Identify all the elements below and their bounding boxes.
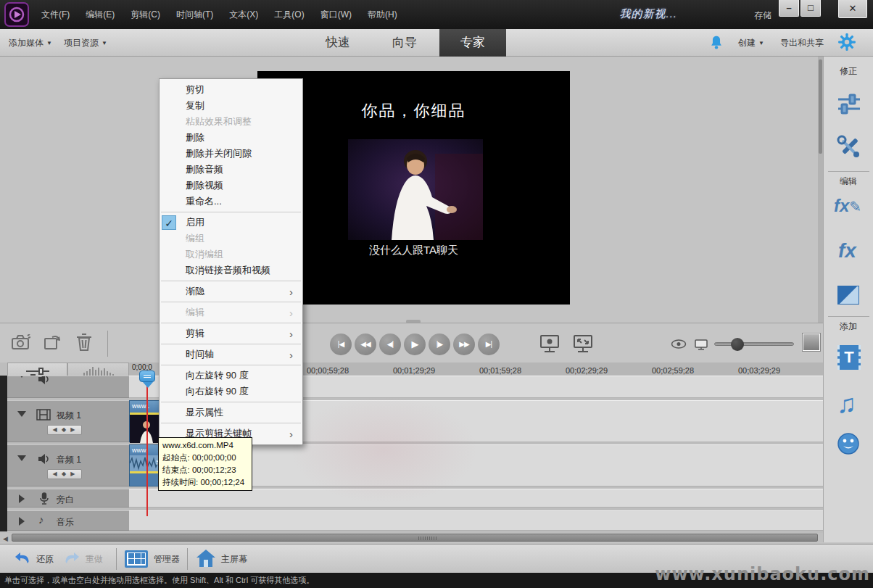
context-menu-item-18[interactable]: 显示属性: [160, 405, 302, 421]
save-button[interactable]: 存储: [754, 9, 771, 22]
menu-0[interactable]: 文件(F): [33, 0, 78, 29]
hscrollbar-thumb[interactable]: [12, 534, 818, 542]
next-edit-button[interactable]: ▶▶: [453, 334, 475, 355]
scroll-left-arrow-icon[interactable]: ◀: [3, 535, 8, 542]
context-menu-item-1[interactable]: 复制: [160, 98, 302, 114]
timeline-hscrollbar[interactable]: ◀: [0, 533, 823, 542]
track-header-video1[interactable]: 视频 1 ◀ ◆ ▶: [7, 400, 129, 442]
context-menu-item-16[interactable]: 向左旋转 90 度: [160, 368, 302, 384]
delete-trash-icon[interactable]: [76, 334, 92, 351]
redo-button[interactable]: [62, 550, 81, 568]
tooltip-start: 起始点: 00;00;00;00: [162, 452, 248, 464]
frame-back-button[interactable]: ◀|: [379, 334, 401, 355]
menu-6[interactable]: 窗口(W): [313, 0, 360, 29]
home-label[interactable]: 主屏幕: [221, 544, 247, 573]
transitions-icon[interactable]: [837, 286, 859, 305]
context-menu-item-3[interactable]: 删除: [160, 130, 302, 146]
project-assets-button[interactable]: 项目资源▼: [64, 29, 107, 57]
effects-fx-icon[interactable]: fx: [838, 239, 856, 262]
adjust-sliders-icon[interactable]: [837, 91, 861, 116]
timeline-lane-narration[interactable]: [129, 489, 823, 508]
context-menu-item-12[interactable]: 渐隐›: [160, 283, 302, 299]
tab-guided[interactable]: 向导: [371, 29, 438, 57]
organizer-grid-icon[interactable]: [125, 550, 148, 568]
mini-monitor-icon[interactable]: [695, 339, 708, 350]
music-note-icon: ♪: [38, 513, 44, 526]
playhead-marker[interactable]: [139, 370, 155, 382]
fullscreen-monitor-icon[interactable]: [573, 334, 593, 353]
context-menu-item-7[interactable]: 重命名...: [160, 194, 302, 210]
minimize-button[interactable]: –: [779, 0, 799, 17]
context-menu-item-0[interactable]: 剪切: [160, 82, 302, 98]
ruler-timestamp: 00;00;59;28: [307, 366, 349, 375]
rotate-clip-icon[interactable]: [44, 334, 62, 352]
submenu-arrow-icon: ›: [289, 328, 302, 340]
eye-icon[interactable]: [671, 339, 687, 349]
undo-button[interactable]: [13, 550, 32, 568]
notification-bell-icon[interactable]: [708, 35, 724, 51]
context-menu-item-17[interactable]: 向右旋转 90 度: [160, 384, 302, 399]
music-note-icon[interactable]: ♫: [837, 389, 856, 419]
smiley-face-icon[interactable]: [837, 432, 860, 455]
context-menu-item-8[interactable]: ✓启用: [160, 215, 302, 231]
keyframe-navigator[interactable]: ◀ ◆ ▶: [47, 469, 82, 479]
context-menu-item-6[interactable]: 删除视频: [160, 178, 302, 194]
chevron-down-icon: ▼: [46, 30, 52, 57]
menu-separator: [161, 212, 301, 212]
context-menu-item-11[interactable]: 取消链接音频和视频: [160, 262, 302, 278]
video-preview[interactable]: 你品，你细品 没什么人跟TA聊天: [257, 71, 570, 305]
undo-label[interactable]: 还原: [36, 544, 54, 573]
close-button[interactable]: ✕: [838, 0, 867, 18]
monitor-settings-icon[interactable]: [539, 334, 560, 353]
track-header-audio1[interactable]: 音频 1 ◀ ◆ ▶: [7, 444, 129, 486]
collapse-triangle-icon[interactable]: [17, 376, 26, 378]
menu-7[interactable]: 帮助(H): [360, 0, 405, 29]
play-button[interactable]: ▶: [404, 334, 426, 355]
add-media-button[interactable]: 添加媒体▼: [9, 29, 52, 57]
timeline-lane-music[interactable]: [129, 510, 823, 531]
snapshot-camera-icon[interactable]: [12, 334, 30, 350]
titles-text-icon[interactable]: T: [837, 345, 861, 370]
video-caption-bottom: 没什么人跟TA聊天: [257, 244, 570, 257]
export-share-button[interactable]: 导出和共享: [780, 29, 824, 57]
zoom-slider[interactable]: [714, 342, 794, 346]
tab-expert[interactable]: 专家: [439, 29, 506, 57]
menu-5[interactable]: 工具(O): [266, 0, 312, 29]
collapse-triangle-icon[interactable]: [17, 411, 26, 417]
keyframe-navigator[interactable]: ◀ ◆ ▶: [47, 425, 82, 435]
create-button[interactable]: 创建▼: [738, 29, 764, 57]
previous-edit-button[interactable]: ◀◀: [355, 334, 376, 355]
settings-gear-icon[interactable]: [837, 33, 856, 51]
home-icon[interactable]: [196, 549, 216, 568]
context-menu-item-5[interactable]: 删除音频: [160, 162, 302, 178]
organizer-label[interactable]: 管理器: [154, 544, 180, 573]
go-to-out-button[interactable]: ▶|: [478, 334, 500, 355]
expand-triangle-icon[interactable]: [19, 494, 25, 503]
zoom-slider-knob[interactable]: [731, 338, 744, 351]
expand-triangle-icon[interactable]: [19, 517, 25, 526]
menu-1[interactable]: 编辑(E): [78, 0, 123, 29]
speaker-icon: [38, 376, 51, 385]
zoom-fit-button[interactable]: [803, 334, 820, 351]
project-title: 我的新视...: [619, 7, 677, 21]
menu-3[interactable]: 时间轴(T): [168, 0, 221, 29]
maximize-button[interactable]: □: [800, 0, 821, 17]
context-menu-item-15[interactable]: 时间轴›: [160, 347, 302, 363]
context-menu-item-14[interactable]: 剪辑›: [160, 326, 302, 341]
collapse-triangle-icon[interactable]: [17, 455, 26, 461]
check-space: [162, 326, 176, 341]
tab-quick[interactable]: 快速: [305, 29, 371, 57]
track-header-narration[interactable]: 旁白: [7, 489, 129, 508]
menu-4[interactable]: 文本(X): [221, 0, 266, 29]
context-menu-item-4[interactable]: 删除并关闭间隙: [160, 146, 302, 162]
tools-wrench-icon[interactable]: [837, 135, 861, 160]
go-to-in-button[interactable]: |◀: [330, 334, 352, 355]
playhead-line[interactable]: [146, 384, 148, 516]
effects-fx-pencil-icon[interactable]: fx✎: [834, 196, 861, 216]
ruler-timestamp: 00;02;59;28: [652, 366, 694, 375]
frame-forward-button[interactable]: |▶: [429, 334, 450, 355]
track-header-partial[interactable]: [7, 376, 129, 398]
track-header-music[interactable]: ♪ 音乐: [7, 510, 129, 531]
menu-2[interactable]: 剪辑(C): [123, 0, 168, 29]
context-menu-item-9: 编组: [160, 231, 302, 247]
